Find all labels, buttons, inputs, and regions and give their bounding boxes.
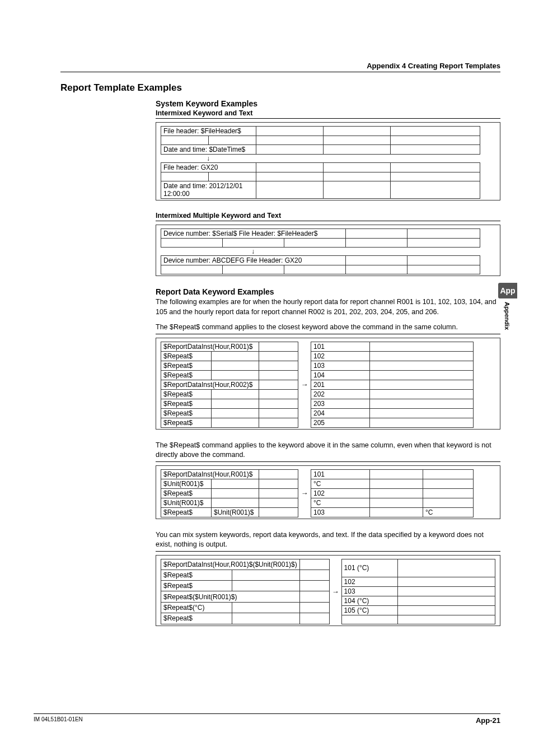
table-cell: 204 bbox=[311, 408, 370, 418]
template-table: $ReportDataInst(Hour,R001)$ $Repeat$ $Re… bbox=[161, 342, 298, 428]
template-table: File header: $FileHeader$ Date and time:… bbox=[161, 126, 480, 155]
table-cell: 202 bbox=[311, 389, 370, 399]
page-header: Appendix 4 Creating Report Templates bbox=[60, 62, 500, 72]
table-cell: $Unit(R001)$ bbox=[161, 479, 212, 488]
table-cell: Date and time: 2012/12/01 12:00:00 bbox=[161, 181, 256, 199]
table-cell: File header: GX20 bbox=[161, 163, 256, 172]
table-cell: File header: $FileHeader$ bbox=[161, 127, 256, 136]
page-footer: IM 04L51B01-01EN App-21 bbox=[34, 713, 500, 725]
table-cell: $Repeat$ bbox=[161, 418, 212, 427]
table-cell: Device number: $Serial$ File Header: $Fi… bbox=[161, 229, 346, 239]
table-cell: 201 bbox=[311, 380, 370, 389]
table-cell: $Unit(R001)$ bbox=[161, 498, 212, 507]
paragraph: You can mix system keywords, report data… bbox=[156, 530, 500, 552]
paragraph: The following examples are for when the … bbox=[156, 297, 500, 317]
paragraph: The $Repeat$ command applies to the clos… bbox=[156, 323, 500, 334]
table-cell: 102 bbox=[311, 351, 370, 361]
example-heading: Intermixed Multiple Keyword and Text bbox=[156, 212, 500, 221]
subsection-heading: Report Data Keyword Examples bbox=[156, 287, 500, 296]
output-table: File header: GX20 Date and time: 2012/12… bbox=[161, 162, 480, 199]
output-table: 101 102 103 104 201 202 203 204 205 bbox=[311, 342, 474, 428]
table-cell: 102 bbox=[311, 488, 370, 498]
paragraph: The $Repeat$ command applies to the keyw… bbox=[156, 441, 500, 462]
table-cell: $Repeat$ bbox=[161, 351, 212, 361]
table-cell: $Repeat$ bbox=[161, 613, 232, 624]
tab-badge: App bbox=[498, 283, 517, 298]
table-cell: $Repeat$ bbox=[161, 507, 212, 517]
table-cell: °C bbox=[423, 507, 474, 517]
table-cell: 101 bbox=[311, 342, 370, 351]
table-cell bbox=[341, 615, 397, 624]
subsection-heading: System Keyword Examples bbox=[156, 99, 500, 108]
arrow-icon: → bbox=[298, 342, 311, 428]
example-box: $ReportDataInst(Hour,R001)$ $Unit(R001)$… bbox=[156, 465, 500, 519]
example-heading: Intermixed Keyword and Text bbox=[156, 109, 500, 119]
side-tab: App Appendix bbox=[498, 283, 517, 330]
section-title: Report Template Examples bbox=[60, 82, 500, 94]
footer-doc-id: IM 04L51B01-01EN bbox=[34, 716, 83, 725]
table-cell: 102 bbox=[341, 577, 397, 586]
table-cell: 105 (°C) bbox=[341, 605, 397, 615]
table-cell: $ReportDataInst(Hour,R001)$ bbox=[161, 469, 259, 479]
table-cell: $Repeat$ bbox=[161, 581, 232, 591]
table-cell: $Repeat$($Unit(R001)$) bbox=[161, 591, 300, 602]
table-cell: Date and time: $DateTime$ bbox=[161, 145, 256, 155]
table-cell: $Repeat$ bbox=[161, 389, 212, 399]
table-cell: 103 bbox=[311, 507, 370, 517]
table-cell: $ReportDataInst(Hour,R002)$ bbox=[161, 380, 259, 389]
table-cell: $Repeat$ bbox=[161, 370, 212, 380]
table-cell: 103 bbox=[341, 586, 397, 596]
table-cell: 205 bbox=[311, 418, 370, 427]
table-cell: $Unit(R001)$ bbox=[212, 507, 259, 517]
arrow-icon: → bbox=[330, 559, 341, 624]
tab-label: Appendix bbox=[498, 302, 510, 330]
table-cell: °C bbox=[311, 498, 370, 507]
table-cell: $ReportDataInst(Hour,R001)$($Unit(R001)$… bbox=[161, 559, 300, 570]
output-table: 101 (°C) 102 103 104 (°C) 105 (°C) bbox=[341, 559, 495, 624]
arrow-icon: → bbox=[298, 469, 311, 517]
template-table: Device number: $Serial$ File Header: $Fi… bbox=[161, 228, 480, 248]
table-cell: $Repeat$ bbox=[161, 488, 212, 498]
template-table: $ReportDataInst(Hour,R001)$($Unit(R001)$… bbox=[161, 559, 330, 624]
table-cell: 101 (°C) bbox=[341, 559, 397, 577]
table-cell: °C bbox=[311, 479, 370, 488]
table-cell: 104 (°C) bbox=[341, 596, 397, 605]
output-table: Device number: ABCDEFG File Header: GX20 bbox=[161, 255, 480, 274]
table-cell: $Repeat$ bbox=[161, 570, 232, 580]
footer-page-number: App-21 bbox=[476, 716, 500, 725]
example-box: Device number: $Serial$ File Header: $Fi… bbox=[156, 225, 500, 276]
down-arrow-icon: ↓ bbox=[161, 248, 345, 255]
example-box: $ReportDataInst(Hour,R001)$ $Repeat$ $Re… bbox=[156, 338, 500, 430]
table-cell: $ReportDataInst(Hour,R001)$ bbox=[161, 342, 259, 351]
table-cell: $Repeat$(°C) bbox=[161, 602, 232, 613]
example-box: File header: $FileHeader$ Date and time:… bbox=[156, 122, 500, 200]
table-cell: 203 bbox=[311, 399, 370, 408]
table-cell: $Repeat$ bbox=[161, 361, 212, 370]
table-cell: $Repeat$ bbox=[161, 408, 212, 418]
table-cell: 101 bbox=[311, 469, 370, 479]
table-cell: 104 bbox=[311, 370, 370, 380]
example-box: $ReportDataInst(Hour,R001)$($Unit(R001)$… bbox=[156, 555, 500, 626]
table-cell: 103 bbox=[311, 361, 370, 370]
table-cell: Device number: ABCDEFG File Header: GX20 bbox=[161, 256, 346, 265]
table-cell: $Repeat$ bbox=[161, 399, 212, 408]
template-table: $ReportDataInst(Hour,R001)$ $Unit(R001)$… bbox=[161, 469, 298, 517]
down-arrow-icon: ↓ bbox=[161, 155, 256, 162]
output-table: 101 °C 102 °C 103°C bbox=[311, 469, 474, 517]
